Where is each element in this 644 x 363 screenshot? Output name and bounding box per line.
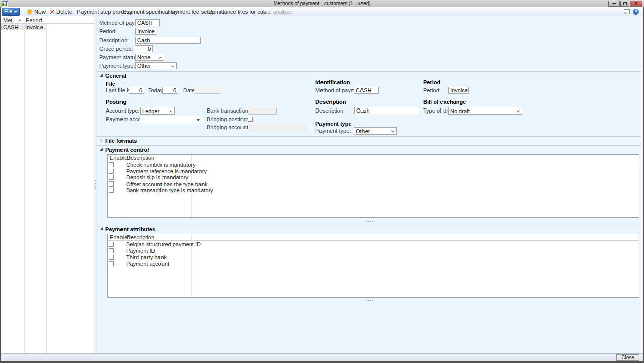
chevron-down-icon: [14, 11, 17, 13]
menu-payment-fee-setup[interactable]: Payment fee setup: [168, 8, 215, 16]
section-title-file-formats[interactable]: File formats: [105, 138, 137, 144]
table-row[interactable]: Payment account: [108, 261, 639, 267]
toolbar-separator: [23, 8, 23, 15]
table-row[interactable]: Check number is mandatory: [108, 162, 639, 168]
general-period-label: Period:: [423, 87, 441, 94]
enabled-checkbox[interactable]: [109, 248, 114, 253]
account-type-select[interactable]: Ledger: [140, 107, 175, 115]
collapse-triangle-icon[interactable]: [100, 227, 103, 230]
column-header-description[interactable]: Description: [127, 155, 154, 161]
desc-description-input[interactable]: Cash: [354, 107, 419, 114]
new-star-icon: [27, 9, 33, 15]
section-separator: [97, 136, 641, 137]
table-row-selected[interactable]: CASH Invoice: [1, 24, 46, 30]
horizontal-splitter[interactable]: [366, 221, 373, 222]
expand-triangle-icon[interactable]: ▷: [100, 139, 103, 143]
toolbar: File New Delete Payment step process Pay…: [1, 7, 643, 16]
collapse-triangle-icon[interactable]: [100, 148, 103, 151]
enabled-checkbox[interactable]: [109, 162, 114, 167]
type-of-draft-select[interactable]: No draft: [448, 107, 522, 115]
dropdown-arrow-icon[interactable]: [197, 119, 200, 121]
description-label: Description:: [99, 37, 129, 44]
close-button[interactable]: Close: [616, 354, 639, 361]
row-description: Check number is mandatory: [126, 162, 196, 168]
row-description: Bank transaction type is mandatory: [126, 187, 213, 193]
general-payment-type-select[interactable]: Other: [354, 127, 397, 135]
date-input-disabled: [194, 87, 220, 94]
window-border: [0, 361, 644, 363]
group-title-payment-type: Payment type: [315, 121, 352, 127]
row-description: Payment reference is mandatory: [126, 168, 207, 174]
collapse-triangle-icon[interactable]: [100, 74, 103, 77]
methods-of-payment-window: Methods of payment - customers (1 - used…: [0, 0, 644, 363]
file-menu-label: File: [4, 8, 12, 15]
section-title-payment-attributes[interactable]: Payment attributes: [105, 226, 155, 233]
window-layout-icon[interactable]: [624, 9, 630, 14]
payment-type-select[interactable]: Other: [135, 62, 177, 69]
payment-status-select[interactable]: None: [135, 54, 164, 61]
bank-transaction-type-input-disabled: [248, 107, 277, 115]
column-header-method[interactable]: Met...: [3, 17, 17, 24]
table-row[interactable]: Third-party bank: [108, 254, 639, 261]
bridging-account-label: Bridging account:: [207, 124, 250, 131]
grid-header-row: Met... Period: [1, 17, 94, 24]
column-header-period[interactable]: Period: [26, 17, 42, 24]
chevron-down-icon: [158, 56, 162, 59]
section-title-general[interactable]: General: [105, 72, 126, 79]
group-title-identification: Identification: [315, 79, 350, 86]
delete-button[interactable]: Delete: [50, 8, 72, 16]
table-row[interactable]: Deposit slip is mandatory: [108, 174, 639, 181]
payment-account-combo[interactable]: [140, 116, 203, 123]
grace-period-input[interactable]: 0: [135, 45, 153, 52]
new-button[interactable]: New: [27, 8, 46, 16]
enabled-checkbox[interactable]: [109, 242, 114, 247]
chevron-down-icon: [517, 109, 520, 112]
table-row[interactable]: Bank transaction type is mandatory: [108, 187, 639, 194]
enabled-checkbox[interactable]: [109, 175, 114, 180]
enabled-checkbox[interactable]: [109, 181, 114, 187]
chevron-down-icon: [169, 109, 172, 112]
help-icon[interactable]: ?: [633, 9, 639, 15]
titlebar: Methods of payment - customers (1 - used…: [0, 0, 644, 7]
close-icon: X: [635, 1, 637, 6]
today-input[interactable]: 0: [162, 87, 178, 94]
section-title-payment-control[interactable]: Payment control: [105, 147, 149, 153]
chevron-down-icon: [391, 129, 394, 132]
close-window-button[interactable]: X: [630, 1, 642, 7]
grid-header-row: Enabled Description: [108, 234, 639, 241]
delete-label: Delete: [56, 8, 72, 16]
description-input[interactable]: Cash: [135, 37, 201, 44]
column-header-description[interactable]: Description: [127, 234, 154, 241]
account-type-label: Account type:: [106, 107, 140, 114]
section-separator: [97, 71, 641, 72]
toolbar-separator: [258, 8, 258, 15]
grace-period-label: Grace period:: [99, 45, 133, 52]
table-row[interactable]: Belgian structured payment ID: [108, 241, 639, 248]
file-menu-button[interactable]: File: [2, 8, 20, 16]
horizontal-splitter[interactable]: [366, 300, 373, 301]
method-of-payment-input[interactable]: CASH: [135, 19, 160, 26]
table-row[interactable]: Offset account has the type bank: [108, 181, 639, 188]
menu-remittance-files[interactable]: Remittance files for cus...: [208, 8, 271, 16]
bridging-posting-label: Bridging posting:: [207, 116, 248, 123]
payment-control-grid: Enabled Description Check number is mand…: [107, 154, 639, 218]
restore-icon: [623, 2, 627, 5]
ident-method-of-payment-input[interactable]: CASH: [354, 87, 379, 94]
table-row[interactable]: Payment reference is mandatory: [108, 168, 639, 175]
minimize-button[interactable]: [608, 1, 620, 7]
enabled-checkbox[interactable]: [109, 255, 114, 260]
enabled-checkbox[interactable]: [109, 188, 114, 193]
row-description: Third-party bank: [126, 254, 167, 260]
group-title-bill-of-exchange: Bill of exchange: [423, 99, 466, 105]
bridging-posting-checkbox[interactable]: [248, 117, 253, 122]
enabled-checkbox[interactable]: [109, 261, 114, 266]
enabled-checkbox[interactable]: [109, 169, 114, 174]
last-file-no-input[interactable]: 0: [129, 87, 144, 94]
table-row[interactable]: Payment ID: [108, 248, 639, 255]
general-period-select[interactable]: Invoice: [448, 87, 469, 94]
period-select[interactable]: Invoice: [135, 28, 156, 35]
restore-button[interactable]: [620, 1, 629, 7]
minimize-icon: [612, 3, 616, 4]
methods-list-grid: Met... Period CASH Invoice: [1, 16, 94, 353]
group-title-period: Period: [423, 79, 440, 86]
